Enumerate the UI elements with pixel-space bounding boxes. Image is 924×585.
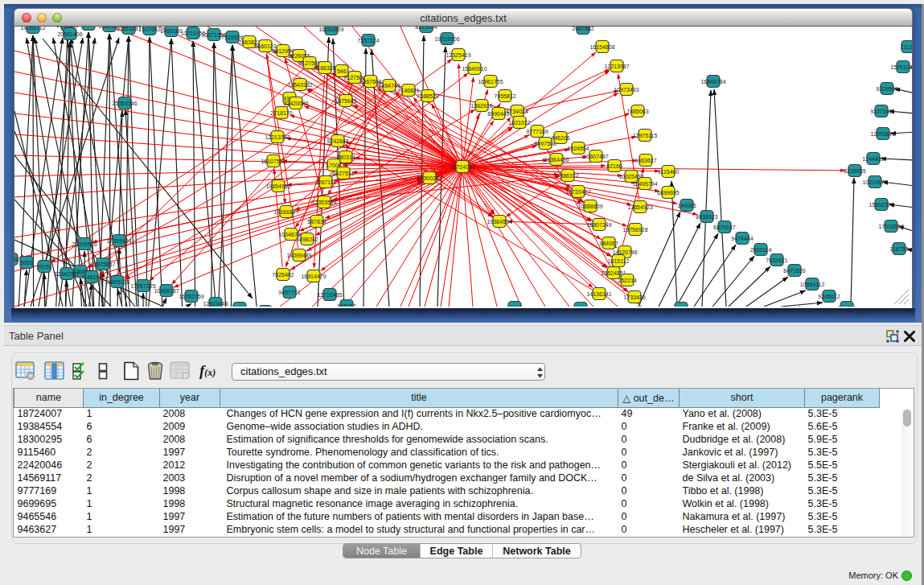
svg-text:8215955: 8215955: [844, 168, 865, 174]
svg-text:19654985: 19654985: [265, 183, 290, 189]
svg-text:9245612: 9245612: [818, 294, 840, 299]
svg-text:1875645: 1875645: [335, 98, 356, 104]
svg-text:10653287: 10653287: [116, 27, 141, 31]
svg-text:3498242: 3498242: [296, 237, 318, 242]
svg-text:16053809: 16053809: [318, 27, 343, 32]
svg-text:14055712: 14055712: [20, 27, 45, 31]
svg-text:25053346: 25053346: [112, 101, 137, 106]
svg-text:20691406: 20691406: [57, 31, 82, 37]
svg-text:21364436: 21364436: [544, 157, 569, 163]
svg-text:19384554: 19384554: [487, 219, 511, 225]
svg-text:62160: 62160: [606, 163, 622, 169]
svg-text:984067: 984067: [599, 241, 618, 246]
svg-text:18724007: 18724007: [450, 164, 474, 170]
svg-text:252214: 252214: [618, 278, 636, 283]
svg-text:7485063: 7485063: [626, 109, 648, 114]
svg-text:15495794: 15495794: [632, 181, 657, 187]
svg-text:995351: 995351: [837, 305, 856, 307]
svg-text:13716485: 13716485: [317, 292, 342, 298]
svg-text:1362615: 1362615: [470, 103, 492, 109]
svg-text:19756928: 19756928: [622, 227, 647, 233]
svg-text:1621072: 1621072: [508, 120, 530, 126]
svg-text:12093872: 12093872: [870, 131, 895, 137]
svg-text:1244415: 1244415: [862, 156, 884, 162]
svg-text:9115460: 9115460: [658, 169, 680, 175]
svg-text:16914479: 16914479: [301, 274, 326, 279]
svg-text:6899695: 6899695: [657, 190, 679, 196]
svg-text:12342757: 12342757: [54, 271, 79, 277]
svg-text:14120746: 14120746: [612, 249, 637, 255]
svg-text:9146821: 9146821: [397, 88, 419, 93]
svg-text:8186328: 8186328: [314, 65, 335, 71]
svg-text:13654923: 13654923: [627, 204, 652, 210]
svg-text:7625402: 7625402: [272, 272, 294, 278]
svg-text:116753: 116753: [890, 246, 909, 252]
svg-text:17359924: 17359924: [106, 238, 131, 244]
svg-text:1733426: 1733426: [623, 295, 645, 300]
svg-text:81930: 81930: [14, 257, 19, 262]
svg-text:2718170: 2718170: [270, 110, 292, 116]
svg-text:18807249: 18807249: [586, 222, 611, 228]
svg-text:20941: 20941: [673, 306, 689, 307]
svg-text:16782759: 16782759: [179, 294, 203, 299]
svg-text:9242848: 9242848: [326, 138, 348, 144]
svg-text:12213383: 12213383: [265, 134, 290, 140]
svg-text:546: 546: [337, 68, 347, 74]
svg-text:16848784: 16848784: [700, 79, 725, 84]
svg-text:963057: 963057: [571, 306, 589, 307]
svg-text:10607487: 10607487: [583, 154, 608, 159]
svg-text:10688609: 10688609: [577, 204, 602, 209]
svg-text:5051: 5051: [20, 260, 33, 266]
svg-text:8938923: 8938923: [696, 214, 717, 220]
svg-text:19166827: 19166827: [273, 209, 298, 215]
svg-text:587834: 587834: [307, 219, 326, 225]
svg-text:17016504: 17016504: [878, 224, 903, 229]
svg-text:6734024: 6734024: [506, 109, 528, 114]
svg-text:14136141: 14136141: [586, 291, 611, 297]
svg-text:11123: 11123: [901, 44, 912, 50]
svg-text:9457771: 9457771: [278, 290, 300, 295]
svg-text:2933114: 2933114: [750, 247, 772, 253]
svg-text:6879197: 6879197: [713, 225, 735, 230]
svg-text:1324554: 1324554: [567, 146, 589, 151]
svg-text:12213987: 12213987: [604, 64, 629, 69]
svg-text:15751074: 15751074: [890, 64, 912, 70]
svg-text:6466160: 6466160: [160, 28, 182, 34]
svg-text:1527602: 1527602: [138, 27, 160, 32]
svg-text:12353584: 12353584: [311, 200, 336, 205]
svg-text:1145194: 1145194: [81, 274, 103, 280]
svg-text:12325419: 12325419: [446, 52, 470, 58]
svg-text:93975857: 93975857: [90, 262, 115, 267]
svg-text:7357224: 7357224: [357, 38, 379, 43]
svg-text:9063: 9063: [82, 27, 95, 27]
svg-text:2087682: 2087682: [572, 27, 593, 31]
svg-text:8813054: 8813054: [415, 27, 437, 30]
svg-text:92450: 92450: [232, 306, 248, 307]
svg-text:1615112: 1615112: [608, 258, 630, 264]
svg-text:7386372: 7386372: [556, 173, 578, 179]
svg-text:15692371: 15692371: [869, 202, 893, 208]
svg-text:10543382: 10543382: [287, 82, 312, 88]
svg-text:9329996: 9329996: [876, 86, 897, 92]
svg-text:15300287: 15300287: [417, 175, 441, 181]
svg-text:7632621: 7632621: [766, 257, 787, 263]
svg-text:8471626: 8471626: [783, 268, 805, 274]
svg-text:10958187: 10958187: [154, 288, 179, 294]
svg-text:9463627: 9463627: [634, 158, 656, 163]
svg-text:14099489: 14099489: [286, 253, 311, 258]
svg-text:16107552: 16107552: [261, 159, 285, 164]
svg-text:7955812: 7955812: [494, 93, 515, 99]
svg-text:3267110: 3267110: [315, 179, 337, 185]
svg-text:12923448: 12923448: [203, 301, 228, 307]
svg-text:10210673: 10210673: [862, 179, 887, 185]
svg-text:746206: 746206: [551, 135, 569, 141]
svg-text:15841: 15841: [507, 305, 523, 307]
svg-text:9474444: 9474444: [731, 236, 753, 241]
svg-text:17957225: 17957225: [130, 283, 155, 289]
svg-text:144095: 144095: [677, 203, 696, 208]
svg-text:16961755: 16961755: [478, 79, 503, 84]
svg-text:15720407: 15720407: [565, 189, 590, 195]
svg-text:9777169: 9777169: [526, 129, 548, 134]
svg-text:15640910: 15640910: [462, 66, 487, 72]
svg-text:10654112: 10654112: [800, 282, 825, 287]
